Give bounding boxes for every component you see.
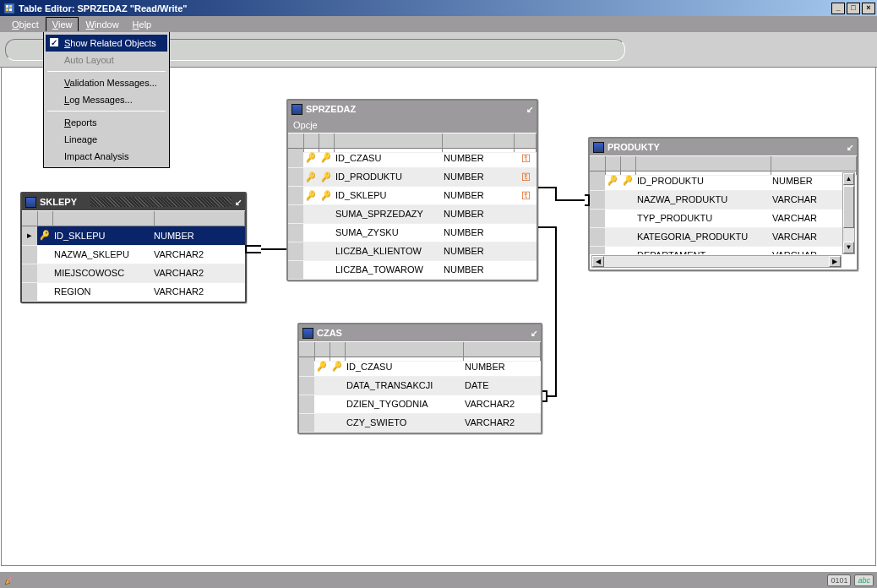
col-name: LICZBA_KLIENTOW (334, 242, 442, 260)
menubar: Object View Window Help (0, 16, 877, 32)
menu-separator (47, 71, 166, 72)
menu-view[interactable]: View (46, 17, 79, 31)
panel-subheader[interactable]: Opcje (288, 117, 537, 133)
fk-key-icon: 🔑 (332, 361, 342, 372)
window-title: Table Editor: SPRZEDAZ "Read/Write" (19, 3, 831, 14)
panel-header[interactable]: SPRZEDAZ ↙ (288, 101, 537, 117)
close-button[interactable]: × (862, 3, 875, 14)
panel-title: CZAS (317, 328, 531, 338)
col-name: ID_SKLEPU (52, 226, 152, 245)
pk-key-icon: 🔑 (317, 361, 327, 372)
menu-window[interactable]: Window (79, 17, 125, 32)
scroll-down-button[interactable]: ▼ (843, 242, 854, 253)
table-row[interactable]: REGIONVARCHAR2 (22, 282, 245, 301)
horizontal-scrollbar[interactable]: ◀ ▶ (591, 255, 842, 268)
col-type: VARCHAR2 (152, 245, 245, 264)
table-row[interactable]: SUMA_ZYSKUNUMBER (288, 223, 537, 242)
table-icon (25, 197, 36, 208)
connector-line (547, 395, 557, 397)
panel-header[interactable]: SKLEPY ↙ (22, 193, 245, 210)
col-name: LICZBA_TOWAROW (334, 260, 442, 279)
table-row[interactable]: ▸ 🔑 ID_SKLEPU NUMBER (22, 226, 245, 245)
table-panel-czas[interactable]: CZAS ↙ 🔑🔑ID_CZASUNUMBER DATA_TRANSAKCJID… (297, 323, 542, 434)
table-panel-produkty[interactable]: PRODUKTY ↙ 🔑🔑ID_PRODUKTUNUMBER NAZWA_PRO… (588, 137, 858, 271)
pk-key-icon: 🔑 (306, 172, 316, 182)
fk-key-icon: 🔑 (321, 172, 331, 182)
vertical-scrollbar[interactable]: ▲ ▼ (842, 172, 855, 254)
table-row[interactable]: 🔑🔑ID_SKLEPUNUMBER⚿ (288, 186, 537, 204)
col-name: REGION (52, 282, 152, 301)
check-icon: ✓ (49, 37, 59, 47)
panel-header[interactable]: PRODUKTY ↙ (590, 139, 857, 155)
table-row[interactable]: LICZBA_KLIENTOWNUMBER (288, 242, 537, 260)
col-name: DEPARTAMENT (635, 246, 771, 254)
status-chip: 0101 (827, 574, 851, 586)
menu-reports[interactable]: Reports (46, 114, 167, 131)
col-name: ID_PRODUKTU (635, 172, 771, 190)
table-panel-sklepy[interactable]: SKLEPY ↙ ▸ 🔑 ID_SKLEPU NUMBER NAZWA_SKLE… (20, 192, 247, 303)
col-name: DATA_TRANSAKCJI (345, 376, 463, 395)
table-row[interactable]: MIEJSCOWOSCVARCHAR2 (22, 264, 245, 282)
table-row[interactable]: 🔑🔑ID_PRODUKTUNUMBER⚿ (288, 167, 537, 186)
menu-lineage[interactable]: Lineage (46, 131, 167, 148)
table-row[interactable]: DATA_TRANSAKCJIDATE (299, 376, 541, 395)
collapse-icon[interactable]: ↙ (531, 329, 537, 338)
app-icon (3, 3, 15, 14)
col-name: NAZWA_SKLEPU (52, 245, 152, 264)
menu-show-related-objects[interactable]: ✓ Show Related Objects (46, 35, 167, 52)
svg-rect-2 (9, 5, 12, 8)
table-row[interactable]: 🔑🔑ID_CZASUNUMBER (299, 357, 541, 376)
col-type: NUMBER (771, 172, 843, 190)
menu-validation-messages[interactable]: Validation Messages... (46, 74, 167, 91)
pk-key-icon: 🔑 (607, 175, 618, 186)
col-name: KATEGORIA_PRODUKTU (635, 227, 771, 246)
table-row[interactable]: DZIEN_TYGODNIAVARCHAR2 (299, 395, 541, 413)
table-icon (302, 328, 313, 339)
statusbar: 0101 abc (0, 571, 877, 588)
scroll-left-button[interactable]: ◀ (592, 256, 604, 267)
scroll-up-button[interactable]: ▲ (843, 173, 854, 185)
table-row[interactable]: KATEGORIA_PRODUKTUVARCHAR (590, 227, 843, 246)
col-type: NUMBER (152, 226, 245, 245)
table-row[interactable]: LICZBA_TOWAROWNUMBER (288, 260, 537, 279)
scroll-thumb[interactable] (843, 186, 854, 228)
table-row[interactable]: DEPARTAMENTVARCHAR (590, 246, 843, 254)
table-row[interactable]: TYP_PRODUKTUVARCHAR (590, 209, 843, 227)
table-panel-sprzedaz[interactable]: SPRZEDAZ ↙ Opcje 🔑🔑ID_CZASUNUMBER⚿ 🔑🔑ID_… (286, 99, 538, 281)
table-row[interactable]: CZY_SWIETOVARCHAR2 (299, 413, 541, 432)
col-type: NUMBER (442, 242, 515, 260)
menu-impact-analysis[interactable]: Impact Analysis (46, 148, 167, 165)
col-type: NUMBER (442, 204, 515, 223)
minimize-button[interactable]: _ (831, 3, 845, 14)
table-row[interactable]: NAZWA_PRODUKTUVARCHAR (590, 190, 843, 209)
collapse-icon[interactable]: ↙ (235, 198, 242, 207)
connector-line (555, 199, 585, 201)
col-name: SUMA_SPRZEDAZY (334, 204, 442, 223)
table-row[interactable]: NAZWA_SKLEPUVARCHAR2 (22, 245, 245, 264)
table-row[interactable]: 🔑🔑ID_CZASUNUMBER⚿ (288, 149, 537, 167)
col-name: SUMA_ZYSKU (334, 223, 442, 242)
table-row[interactable]: SUMA_SPRZEDAZYNUMBER (288, 204, 537, 223)
maximize-button[interactable]: □ (847, 3, 860, 14)
col-type: NUMBER (442, 260, 515, 279)
table-row[interactable]: 🔑🔑ID_PRODUKTUNUMBER (590, 172, 843, 190)
panel-title: PRODUKTY (607, 142, 847, 152)
col-name: ID_CZASU (334, 149, 442, 167)
menu-log-messages[interactable]: Log Messages... (46, 91, 167, 108)
col-name: TYP_PRODUKTU (635, 209, 771, 227)
col-type: NUMBER (463, 357, 541, 376)
col-name: MIEJSCOWOSC (52, 264, 152, 282)
col-type: NUMBER (442, 167, 515, 186)
connector-line (542, 390, 547, 402)
col-name: ID_PRODUKTU (334, 167, 442, 186)
menu-auto-layout[interactable]: Auto Layout (46, 52, 167, 68)
status-chip: abc (854, 574, 874, 586)
menu-help[interactable]: Help (126, 17, 159, 32)
col-type: VARCHAR2 (152, 282, 245, 301)
scroll-right-button[interactable]: ▶ (829, 256, 841, 267)
menu-object[interactable]: Object (5, 17, 46, 32)
collapse-icon[interactable]: ↙ (526, 105, 533, 114)
panel-header[interactable]: CZAS ↙ (299, 324, 541, 341)
collapse-icon[interactable]: ↙ (847, 143, 853, 152)
col-type: VARCHAR2 (463, 395, 541, 413)
